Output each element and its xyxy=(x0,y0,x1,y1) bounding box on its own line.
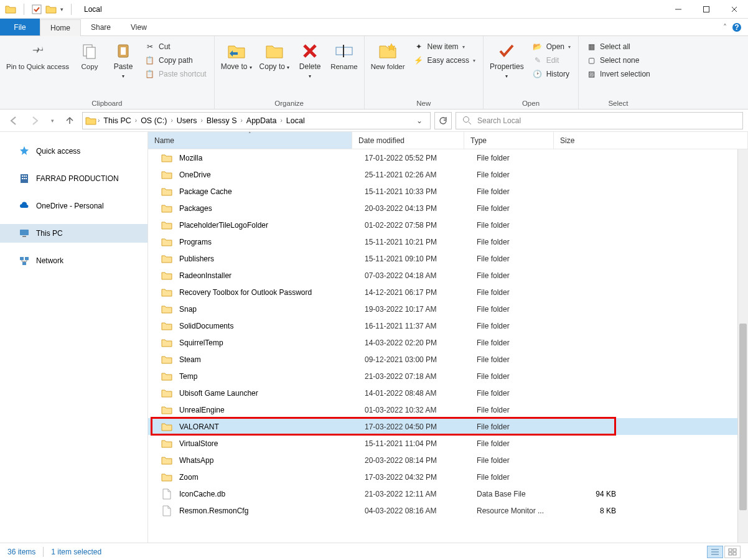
file-row[interactable]: Programs15-11-2021 10:21 PMFile folder xyxy=(148,233,748,250)
back-button[interactable] xyxy=(5,112,22,129)
close-button[interactable] xyxy=(720,0,748,19)
qat-folder-icon[interactable] xyxy=(45,4,57,14)
file-row[interactable]: Temp21-03-2022 07:18 AMFile folder xyxy=(148,368,748,385)
navigation-pane: Quick accessFARRAD PRODUCTIONOneDrive - … xyxy=(0,132,148,543)
cut-button[interactable]: ✂Cut xyxy=(141,40,210,54)
column-name[interactable]: ˄Name xyxy=(148,132,352,149)
select-none-button[interactable]: ▢Select none xyxy=(582,54,654,67)
file-row[interactable]: Mozilla17-01-2022 05:52 PMFile folder xyxy=(148,149,748,166)
file-row[interactable]: VirtualStore15-11-2021 11:04 PMFile fold… xyxy=(148,435,748,452)
file-row[interactable]: Zoom17-03-2022 04:32 PMFile folder xyxy=(148,469,748,485)
file-list[interactable]: Mozilla17-01-2022 05:52 PMFile folderOne… xyxy=(148,149,748,543)
refresh-button[interactable] xyxy=(434,112,452,129)
file-row[interactable]: VALORANT17-03-2022 04:50 PMFile folder xyxy=(148,418,748,435)
breadcrumb-segment[interactable]: Local xyxy=(284,116,307,125)
breadcrumb-segment[interactable]: This PC xyxy=(101,116,133,125)
column-size[interactable]: Size xyxy=(554,132,748,149)
path-icon: 📋 xyxy=(145,55,155,65)
new-item-button[interactable]: ✦New item ▾ xyxy=(410,40,479,54)
breadcrumb[interactable]: › This PC›OS (C:)›Users›Blessy S›AppData… xyxy=(82,112,431,129)
paste-shortcut-button[interactable]: 📋Paste shortcut xyxy=(141,67,210,81)
breadcrumb-segment[interactable]: AppData xyxy=(244,116,279,125)
collapse-ribbon-icon[interactable]: ˄ xyxy=(723,23,727,32)
breadcrumb-segment[interactable]: Users xyxy=(174,116,200,125)
invert-selection-button[interactable]: ▨Invert selection xyxy=(582,67,654,81)
properties-button[interactable]: Properties▾ xyxy=(487,39,526,98)
qat-dropdown-icon[interactable]: ▾ xyxy=(60,6,63,12)
file-row[interactable]: OneDrive25-11-2021 02:26 AMFile folder xyxy=(148,166,748,183)
breadcrumb-segment[interactable]: Blessy S xyxy=(204,116,240,125)
sidebar-item-farrad-production[interactable]: FARRAD PRODUCTION xyxy=(0,169,147,188)
copy-to-button[interactable]: Copy to ▾ xyxy=(257,39,292,98)
svg-text:?: ? xyxy=(734,23,739,32)
file-row[interactable]: Package Cache15-11-2021 10:33 PMFile fol… xyxy=(148,183,748,200)
sidebar-item-network[interactable]: Network xyxy=(0,251,147,270)
file-row[interactable]: Resmon.ResmonCfg04-03-2022 08:16 AMResou… xyxy=(148,502,748,519)
paste-button[interactable]: Paste▾ xyxy=(108,39,139,98)
open-button[interactable]: 📂Open ▾ xyxy=(529,40,574,54)
edit-button[interactable]: ✎Edit xyxy=(529,54,574,67)
svg-rect-21 xyxy=(22,236,26,237)
file-row[interactable]: Steam09-12-2021 03:00 PMFile folder xyxy=(148,351,748,368)
minimize-button[interactable] xyxy=(664,0,692,19)
sidebar-item-this-pc[interactable]: This PC xyxy=(0,224,147,243)
search-input[interactable]: Search Local xyxy=(456,112,743,129)
copy-button[interactable]: Copy xyxy=(74,39,105,98)
svg-rect-14 xyxy=(22,175,23,177)
tab-file[interactable]: File xyxy=(0,19,40,35)
recent-dropdown[interactable]: ▾ xyxy=(47,112,57,129)
delete-button[interactable]: Delete▾ xyxy=(294,39,325,98)
file-row[interactable]: WhatsApp20-03-2022 08:14 PMFile folder xyxy=(148,452,748,469)
tab-home[interactable]: Home xyxy=(40,19,81,36)
file-row[interactable]: Ubisoft Game Launcher14-01-2022 08:48 AM… xyxy=(148,385,748,401)
breadcrumb-segment[interactable]: OS (C:) xyxy=(138,116,169,125)
column-date[interactable]: Date modified xyxy=(352,132,464,149)
pin-quick-access-button[interactable]: Pin to Quick access xyxy=(4,39,72,98)
file-row[interactable]: IconCache.db21-03-2022 12:11 AMData Base… xyxy=(148,485,748,502)
file-row[interactable]: Recovery Toolbox for Outlook Password14-… xyxy=(148,284,748,301)
maximize-button[interactable] xyxy=(692,0,720,19)
help-icon[interactable]: ? xyxy=(732,22,742,32)
file-row[interactable]: SolidDocuments16-11-2021 11:37 AMFile fo… xyxy=(148,317,748,334)
rename-icon xyxy=(334,41,354,61)
tab-share[interactable]: Share xyxy=(81,19,121,35)
copy-path-button[interactable]: 📋Copy path xyxy=(141,54,210,67)
folder-icon xyxy=(161,236,173,248)
select-all-icon: ▦ xyxy=(586,42,596,52)
file-row[interactable]: RadeonInstaller07-03-2022 04:18 AMFile f… xyxy=(148,267,748,284)
column-type[interactable]: Type xyxy=(464,132,554,149)
file-row[interactable]: SquirrelTemp14-03-2022 02:20 PMFile fold… xyxy=(148,334,748,351)
sidebar-item-quick-access[interactable]: Quick access xyxy=(0,142,147,161)
open-icon: 📂 xyxy=(533,42,543,52)
folder-icon xyxy=(161,454,173,467)
sidebar-item-onedrive-personal[interactable]: OneDrive - Personal xyxy=(0,197,147,215)
breadcrumb-dropdown[interactable]: ⌄ xyxy=(411,116,428,125)
details-view-button[interactable] xyxy=(707,546,723,558)
vertical-scrollbar[interactable] xyxy=(737,149,748,543)
thumbnails-view-button[interactable] xyxy=(724,546,741,558)
easy-access-button[interactable]: ⚡Easy access ▾ xyxy=(410,54,479,67)
svg-rect-29 xyxy=(733,549,736,551)
file-row[interactable]: UnrealEngine01-03-2022 10:32 AMFile fold… xyxy=(148,401,748,418)
main-area: Quick accessFARRAD PRODUCTIONOneDrive - … xyxy=(0,132,748,543)
up-button[interactable] xyxy=(61,112,78,129)
ribbon-tab-bar: File Home Share View ˄ ? xyxy=(0,19,748,36)
select-all-button[interactable]: ▦Select all xyxy=(582,40,654,54)
history-icon: 🕑 xyxy=(533,69,543,79)
rename-button[interactable]: Rename xyxy=(328,39,360,98)
star-icon xyxy=(19,146,30,157)
file-row[interactable]: Packages20-03-2022 04:13 PMFile folder xyxy=(148,200,748,217)
file-row[interactable]: Publishers15-11-2021 09:10 PMFile folder xyxy=(148,250,748,267)
tab-view[interactable]: View xyxy=(121,19,157,35)
qat-checkbox-icon[interactable] xyxy=(32,4,42,14)
file-row[interactable]: Snap19-03-2022 10:17 AMFile folder xyxy=(148,301,748,317)
move-to-button[interactable]: Move to ▾ xyxy=(218,39,255,98)
copy-icon xyxy=(80,41,100,61)
new-folder-button[interactable]: New folder xyxy=(368,39,408,98)
file-row[interactable]: PlaceholderTileLogoFolder01-02-2022 07:5… xyxy=(148,217,748,233)
folder-icon xyxy=(161,387,173,399)
ribbon: Pin to Quick access Copy Paste▾ ✂Cut 📋Co… xyxy=(0,36,748,110)
history-button[interactable]: 🕑History xyxy=(529,67,574,81)
forward-button[interactable] xyxy=(26,112,44,129)
folder-icon xyxy=(161,320,173,332)
